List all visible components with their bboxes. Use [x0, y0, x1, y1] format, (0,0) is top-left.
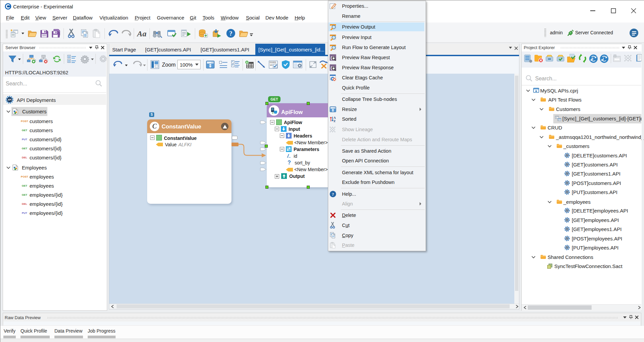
svg-text:?: ? [332, 192, 334, 197]
svg-text:10: 10 [270, 64, 272, 66]
svg-text:A: A [334, 116, 336, 119]
svg-text:API: API [8, 99, 11, 101]
svg-text:01001: 01001 [270, 61, 276, 64]
svg-text:{: { [331, 65, 332, 70]
svg-text:{: { [331, 55, 332, 60]
svg-text:Z: Z [334, 119, 336, 122]
svg-text:?: ? [229, 30, 232, 37]
